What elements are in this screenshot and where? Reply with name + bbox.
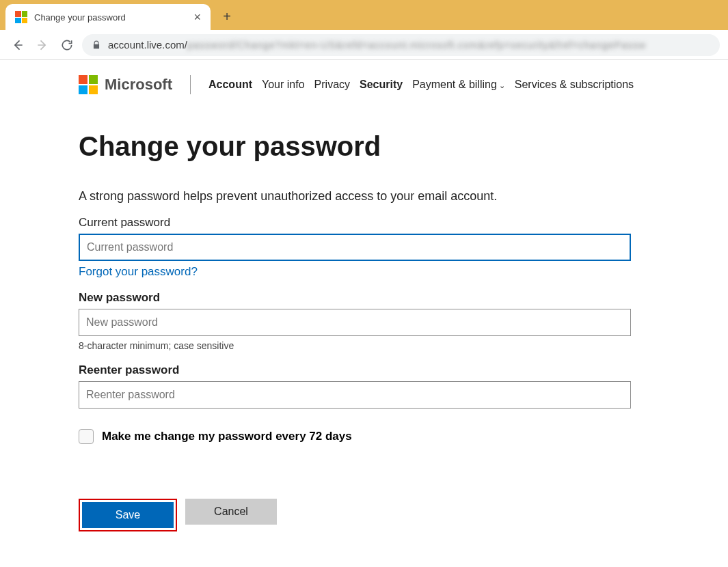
main-content: Change your password A strong password h… [79, 94, 643, 531]
new-password-input[interactable] [79, 309, 631, 336]
password-hint: 8-character minimum; case sensitive [79, 340, 643, 351]
save-button[interactable]: Save [82, 502, 174, 528]
reenter-password-label: Reenter password [79, 363, 643, 377]
current-password-block: Current password Forgot your password? [79, 216, 643, 279]
address-bar[interactable]: account.live.com/password/Change?mkt=en-… [82, 34, 720, 56]
microsoft-logo-icon [79, 75, 98, 94]
button-row: Save Cancel [79, 499, 643, 531]
reenter-password-block: Reenter password [79, 363, 643, 409]
page-title: Change your password [79, 131, 643, 162]
back-button[interactable] [8, 36, 27, 55]
lock-icon [92, 40, 101, 50]
nav-your-info[interactable]: Your info [262, 79, 305, 91]
current-password-input[interactable] [79, 234, 631, 261]
microsoft-logo-icon [15, 11, 27, 23]
tab-title: Change your password [34, 12, 126, 23]
new-password-block: New password 8-character minimum; case s… [79, 291, 643, 351]
save-highlight: Save [79, 499, 177, 531]
chevron-down-icon: ⌄ [499, 81, 505, 89]
browser-tab-bar: Change your password × + [0, 0, 728, 30]
browser-tab[interactable]: Change your password × [5, 4, 211, 30]
browser-toolbar: account.live.com/password/Change?mkt=en-… [0, 30, 728, 60]
nav-services[interactable]: Services & subscriptions [515, 79, 634, 91]
reload-icon [60, 38, 74, 52]
current-password-label: Current password [79, 216, 643, 230]
forgot-password-link[interactable]: Forgot your password? [79, 265, 198, 279]
nav-payment[interactable]: Payment & billing⌄ [412, 79, 505, 91]
reenter-password-input[interactable] [79, 381, 631, 409]
nav-security[interactable]: Security [360, 79, 403, 91]
url-text: account.live.com/password/Change?mkt=en-… [108, 39, 646, 51]
new-tab-button[interactable]: + [216, 5, 238, 27]
arrow-left-icon [11, 38, 25, 52]
nav-privacy[interactable]: Privacy [314, 79, 350, 91]
arrow-right-icon [36, 38, 49, 52]
header-divider [190, 75, 191, 94]
change-every-72-row: Make me change my password every 72 days [79, 429, 643, 444]
reload-button[interactable] [57, 36, 77, 55]
page-subtitle: A strong password helps prevent unauthor… [79, 189, 643, 204]
forward-button[interactable] [33, 36, 52, 55]
brand-text: Microsoft [105, 76, 172, 94]
close-icon[interactable]: × [193, 10, 201, 25]
nav-account[interactable]: Account [208, 79, 252, 91]
new-password-label: New password [79, 291, 643, 305]
microsoft-brand[interactable]: Microsoft [79, 75, 172, 94]
site-header: Microsoft Account Your info Privacy Secu… [79, 75, 728, 94]
change-every-72-checkbox[interactable] [79, 429, 94, 444]
change-every-72-label[interactable]: Make me change my password every 72 days [102, 430, 352, 443]
page-body: Microsoft Account Your info Privacy Secu… [0, 60, 728, 531]
cancel-button[interactable]: Cancel [185, 499, 277, 525]
